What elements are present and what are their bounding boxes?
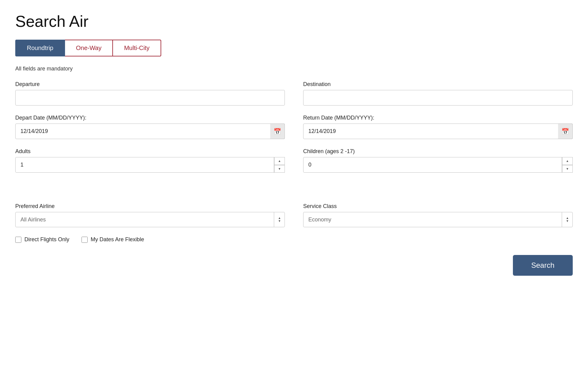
direct-flights-checkbox[interactable]	[15, 237, 21, 243]
service-class-select[interactable]: Economy Business First Class	[303, 212, 573, 227]
flexible-dates-checkbox-group: My Dates Are Flexible	[82, 236, 144, 243]
flexible-dates-checkbox[interactable]	[82, 237, 88, 243]
search-button[interactable]: Search	[513, 255, 573, 276]
one-way-button[interactable]: One-Way	[65, 40, 113, 56]
adults-spinner-arrows: ▲ ▼	[274, 157, 285, 173]
preferred-airline-label: Preferred Airline	[15, 203, 285, 210]
adults-group: Adults ▲ ▼	[15, 148, 285, 173]
main-form: Departure Destination Depart Date (MM/DD…	[15, 81, 573, 227]
flexible-dates-label: My Dates Are Flexible	[91, 236, 144, 243]
children-group: Children (ages 2 -17) ▲ ▼	[303, 148, 573, 173]
trip-type-selector: Roundtrip One-Way Multi-City	[15, 40, 573, 56]
adults-increment-button[interactable]: ▲	[274, 157, 285, 165]
adults-spinner-wrapper: ▲ ▼	[15, 157, 285, 173]
children-spinner-wrapper: ▲ ▼	[303, 157, 573, 173]
page-title: Search Air	[15, 12, 573, 30]
children-decrement-button[interactable]: ▼	[562, 165, 573, 173]
service-class-group: Service Class Economy Business First Cla…	[303, 203, 573, 227]
depart-date-group: Depart Date (MM/DD/YYYY): 📅	[15, 115, 285, 139]
children-increment-button[interactable]: ▲	[562, 157, 573, 165]
children-spinner-arrows: ▲ ▼	[562, 157, 573, 173]
destination-label: Destination	[303, 81, 573, 88]
adults-label: Adults	[15, 148, 285, 155]
return-date-wrapper: 📅	[303, 124, 573, 139]
service-class-label: Service Class	[303, 203, 573, 210]
children-label: Children (ages 2 -17)	[303, 148, 573, 155]
departure-label: Departure	[15, 81, 285, 88]
mandatory-notice: All fields are mandatory	[15, 66, 573, 72]
depart-date-input[interactable]	[15, 124, 285, 139]
departure-group: Departure	[15, 81, 285, 106]
multi-city-button[interactable]: Multi-City	[113, 40, 161, 56]
preferred-airline-group: Preferred Airline All Airlines ▲ ▼	[15, 203, 285, 227]
direct-flights-checkbox-group: Direct Flights Only	[15, 236, 69, 243]
departure-input[interactable]	[15, 90, 285, 106]
return-date-group: Return Date (MM/DD/YYYY): 📅	[303, 115, 573, 139]
service-class-select-wrapper: Economy Business First Class ▲ ▼	[303, 212, 573, 227]
return-date-input[interactable]	[303, 124, 573, 139]
return-date-label: Return Date (MM/DD/YYYY):	[303, 115, 573, 121]
adults-decrement-button[interactable]: ▼	[274, 165, 285, 173]
destination-group: Destination	[303, 81, 573, 106]
depart-date-wrapper: 📅	[15, 124, 285, 139]
direct-flights-label: Direct Flights Only	[24, 236, 69, 243]
depart-date-label: Depart Date (MM/DD/YYYY):	[15, 115, 285, 121]
children-input[interactable]	[303, 157, 573, 173]
destination-input[interactable]	[303, 90, 573, 106]
roundtrip-button[interactable]: Roundtrip	[15, 40, 65, 56]
depart-date-calendar-icon[interactable]: 📅	[270, 124, 285, 139]
preferred-airline-select[interactable]: All Airlines	[15, 212, 285, 227]
return-date-calendar-icon[interactable]: 📅	[558, 124, 573, 139]
checkboxes-row: Direct Flights Only My Dates Are Flexibl…	[15, 236, 573, 243]
preferred-airline-select-wrapper: All Airlines ▲ ▼	[15, 212, 285, 227]
search-button-row: Search	[15, 255, 573, 276]
adults-input[interactable]	[15, 157, 285, 173]
